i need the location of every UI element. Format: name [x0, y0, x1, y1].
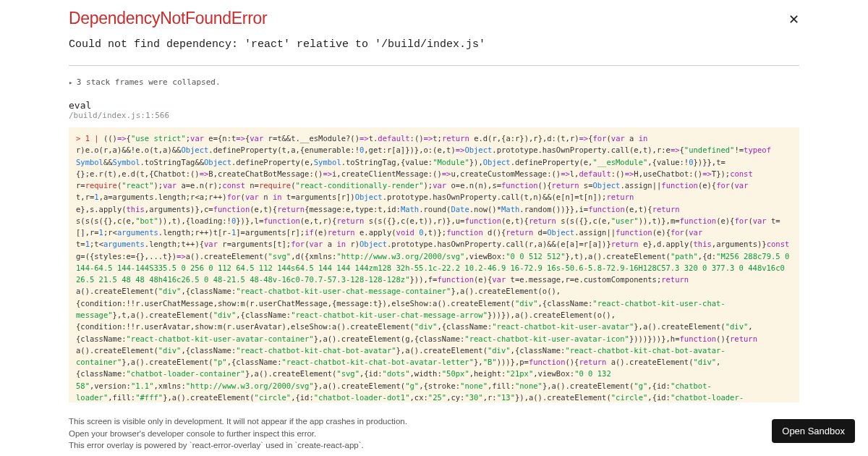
stack-frame-name: eval — [69, 100, 799, 111]
error-message: Could not find dependency: 'react' relat… — [69, 38, 799, 51]
footer-line: This screen is visible only in developme… — [69, 415, 799, 428]
footer-notice: This screen is visible only in developme… — [0, 413, 868, 456]
divider — [69, 65, 799, 66]
close-icon[interactable]: ✕ — [788, 12, 799, 28]
open-sandbox-button[interactable]: Open Sandbox — [772, 419, 855, 443]
footer-line: This error overlay is powered by `react-… — [69, 439, 799, 452]
error-title: DependencyNotFoundError — [69, 9, 267, 28]
error-overlay: DependencyNotFoundError ✕ Could not find… — [0, 0, 868, 402]
footer-line: Open your browser's developer console to… — [69, 428, 799, 440]
source-code-block: > 1 | (()=>{"use strict";var e={n:t=>{va… — [69, 127, 799, 402]
stack-frame-location: /build/index.js:1:566 — [69, 111, 799, 120]
collapsed-stack-toggle[interactable]: 3 stack frames were collapsed. — [69, 77, 799, 87]
